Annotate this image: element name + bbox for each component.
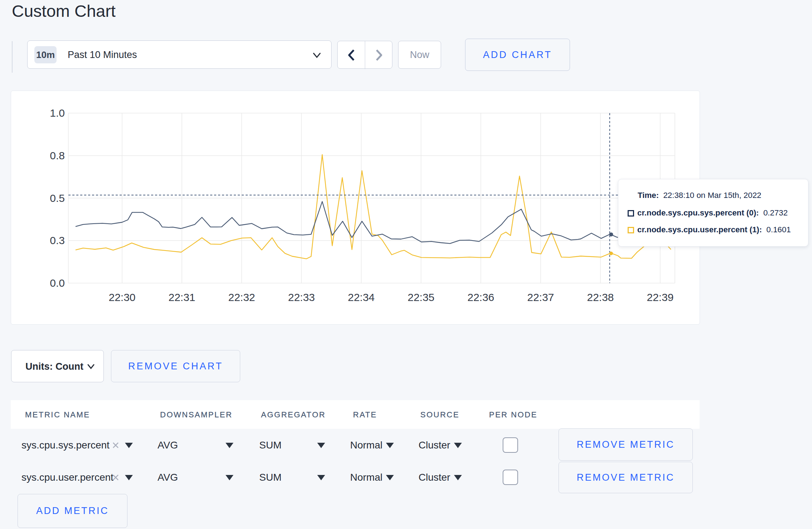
svg-text:22:33: 22:33 bbox=[288, 291, 315, 303]
svg-text:0.5: 0.5 bbox=[50, 192, 65, 204]
svg-text:22:35: 22:35 bbox=[407, 291, 434, 303]
svg-text:0.0: 0.0 bbox=[50, 277, 65, 289]
svg-text:22:34: 22:34 bbox=[348, 291, 374, 303]
svg-text:22:31: 22:31 bbox=[168, 291, 195, 303]
svg-text:22:37: 22:37 bbox=[527, 291, 554, 303]
svg-text:1.0: 1.0 bbox=[50, 107, 65, 119]
svg-text:22:36: 22:36 bbox=[467, 291, 494, 303]
svg-text:22:38: 22:38 bbox=[587, 291, 614, 303]
svg-text:0.8: 0.8 bbox=[50, 150, 65, 161]
svg-text:0.3: 0.3 bbox=[50, 234, 65, 246]
svg-text:22:30: 22:30 bbox=[108, 291, 135, 303]
svg-text:22:39: 22:39 bbox=[647, 291, 673, 303]
svg-text:22:32: 22:32 bbox=[228, 291, 255, 303]
